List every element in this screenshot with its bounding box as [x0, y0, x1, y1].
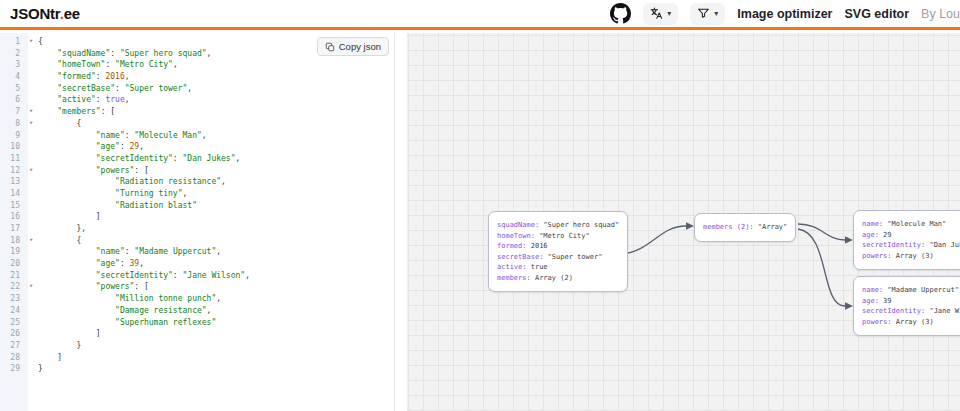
- code-text: {: [38, 118, 81, 130]
- filter-button[interactable]: ▾: [690, 3, 725, 25]
- editor-line: 12▾ "powers": [: [0, 165, 394, 177]
- line-number: 7: [0, 106, 24, 118]
- line-number: 24: [0, 305, 24, 317]
- fold-toggle-icon[interactable]: ▾: [24, 165, 38, 177]
- line-number: 4: [0, 71, 24, 83]
- arrowhead: [845, 302, 853, 309]
- editor-line: 19 "name": "Madame Uppercut",: [0, 246, 394, 258]
- editor-line: 3 "homeTown": "Metro City",: [0, 59, 394, 71]
- code-text: "name": "Molecule Man",: [38, 130, 207, 142]
- editor-line: 17 },: [0, 223, 394, 235]
- edge-members-to-member1: [798, 229, 845, 306]
- code-text: }: [38, 340, 81, 352]
- fold-toggle-icon[interactable]: ▾: [24, 235, 38, 247]
- editor-line: 25 "Superhuman reflexes": [0, 317, 394, 329]
- github-button[interactable]: [610, 3, 631, 24]
- line-number: 27: [0, 340, 24, 352]
- node-property: age: 29: [862, 230, 960, 241]
- line-number: 28: [0, 352, 24, 364]
- editor-line: 23 "Million tonne punch",: [0, 293, 394, 305]
- editor-line: 24 "Damage resistance",: [0, 305, 394, 317]
- logo[interactable]: JSONtr.ee: [10, 5, 80, 22]
- copy-json-button[interactable]: Copy json: [317, 37, 389, 56]
- line-number: 3: [0, 59, 24, 71]
- graph-panel[interactable]: squadName: "Super hero squad"homeTown: "…: [407, 33, 960, 411]
- editor-line: 8▾ {: [0, 118, 394, 130]
- nav-link-svg-editor[interactable]: SVG editor: [844, 7, 909, 21]
- fold-toggle-icon[interactable]: ▾: [24, 36, 38, 48]
- line-number: 15: [0, 200, 24, 212]
- line-number: 21: [0, 270, 24, 282]
- node-property: active: true: [497, 262, 619, 273]
- code-text: {: [38, 36, 43, 48]
- code-text: {: [38, 235, 81, 247]
- byline: By Lou: [921, 7, 960, 21]
- panel-splitter[interactable]: [395, 33, 407, 411]
- graph-node-member-1[interactable]: name: "Madame Uppercut"age: 39secretIden…: [853, 276, 960, 336]
- caret-down-icon: ▾: [714, 10, 718, 18]
- code-text: "secretIdentity": "Jane Wilson",: [38, 270, 250, 282]
- line-number: 11: [0, 153, 24, 165]
- editor-line: 20 "age": 39,: [0, 258, 394, 270]
- line-number: 1: [0, 36, 24, 48]
- code-text: "name": "Madame Uppercut",: [38, 246, 221, 258]
- editor-line: 10 "age": 29,: [0, 141, 394, 153]
- editor-line: 18▾ {: [0, 235, 394, 247]
- line-number: 5: [0, 83, 24, 95]
- code-text: "formed": 2016,: [38, 71, 130, 83]
- graph-node-members-array[interactable]: members (2): "Array": [694, 213, 796, 242]
- editor-line: 22▾ "powers": [: [0, 281, 394, 293]
- node-property: name: "Molecule Man": [862, 219, 960, 230]
- editor-line: 11 "secretIdentity": "Dan Jukes",: [0, 153, 394, 165]
- line-number: 20: [0, 258, 24, 270]
- language-button[interactable]: ▾: [643, 3, 678, 25]
- line-number: 16: [0, 211, 24, 223]
- fold-toggle-icon[interactable]: ▾: [24, 118, 38, 130]
- line-number: 18: [0, 235, 24, 247]
- code-text: "Turning tiny",: [38, 188, 187, 200]
- node-property: name: "Madame Uppercut": [862, 285, 960, 296]
- code-text: "Superhuman reflexes": [38, 317, 216, 329]
- code-text: "Radiation resistance",: [38, 176, 226, 188]
- node-property: secretIdentity: "Dan Jukes": [862, 240, 960, 251]
- code-text: "secretBase": "Super tower",: [38, 83, 192, 95]
- editor-line: 13 "Radiation resistance",: [0, 176, 394, 188]
- node-property: powers: Array (3): [862, 251, 960, 262]
- line-number: 6: [0, 94, 24, 106]
- editor-line: 26 ]: [0, 328, 394, 340]
- fold-toggle-icon[interactable]: ▾: [24, 281, 38, 293]
- translate-icon: [650, 7, 663, 20]
- editor-line: 4 "formed": 2016,: [0, 71, 394, 83]
- editor-line: 9 "name": "Molecule Man",: [0, 130, 394, 142]
- code-text: },: [38, 223, 86, 235]
- node-property: age: 39: [862, 296, 960, 307]
- graph-node-member-0[interactable]: name: "Molecule Man"age: 29secretIdentit…: [853, 210, 960, 270]
- graph-node-root[interactable]: squadName: "Super hero squad"homeTown: "…: [488, 211, 628, 292]
- line-number: 8: [0, 118, 24, 130]
- editor-line: 29}: [0, 363, 394, 375]
- line-number: 9: [0, 130, 24, 142]
- code-text: "members": [: [38, 106, 115, 118]
- logo-text-suffix: ee: [64, 5, 80, 22]
- line-number: 2: [0, 48, 24, 60]
- code-text: "homeTown": "Metro City",: [38, 59, 178, 71]
- editor-line: 14 "Turning tiny",: [0, 188, 394, 200]
- logo-text: JSONtr: [10, 5, 60, 22]
- editor-line: 27 }: [0, 340, 394, 352]
- edge-root-to-members: [622, 226, 686, 254]
- node-property: members (2): "Array": [703, 222, 787, 233]
- arrowhead: [686, 222, 694, 229]
- nav-link-image-optimizer[interactable]: Image optimizer: [737, 7, 832, 21]
- code-text: "age": 29,: [38, 141, 144, 153]
- line-number: 25: [0, 317, 24, 329]
- header: JSONtr.ee ▾ ▾ Image optimizer: [0, 0, 960, 30]
- code-text: ]: [38, 328, 101, 340]
- line-number: 10: [0, 141, 24, 153]
- node-property: powers: Array (3): [862, 317, 960, 328]
- fold-toggle-icon[interactable]: ▾: [24, 106, 38, 118]
- editor-panel[interactable]: 1▾{2 "squadName": "Super hero squad",3 "…: [0, 33, 395, 411]
- line-number: 29: [0, 363, 24, 375]
- editor-line: 21 "secretIdentity": "Jane Wilson",: [0, 270, 394, 282]
- code-text: "powers": [: [38, 281, 149, 293]
- line-number: 12: [0, 165, 24, 177]
